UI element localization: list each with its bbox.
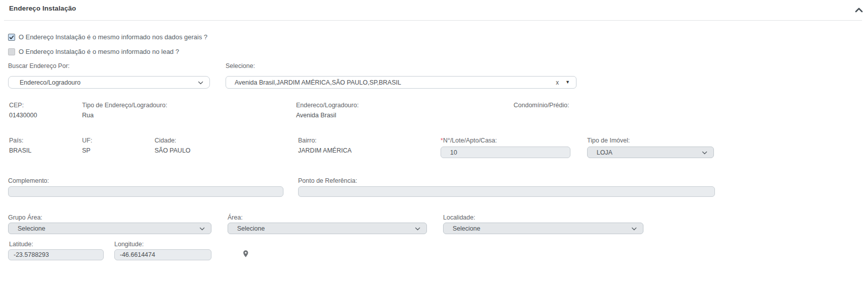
localidade-select[interactable]: Selecione <box>443 223 643 234</box>
chevron-up-icon <box>855 6 863 14</box>
chevron-down-icon <box>631 225 637 232</box>
complemento-label: Complemento: <box>8 177 49 184</box>
area-label: Área: <box>228 214 243 221</box>
numero-input[interactable] <box>441 147 570 158</box>
numero-label: *N°/Lote/Apto/Casa: <box>441 137 497 144</box>
cidade-value: SÃO PAULO <box>155 147 190 154</box>
address-result-value: Avenida Brasil,JARDIM AMÉRICA,SÃO PAULO,… <box>235 79 556 86</box>
clear-selection-icon[interactable]: x <box>556 80 559 86</box>
page-title: Endereço Instalação <box>9 5 76 12</box>
location-pin-icon <box>242 252 250 260</box>
checkmark-icon <box>9 33 14 42</box>
longitude-input[interactable] <box>114 249 211 260</box>
area-value: Selecione <box>237 225 415 232</box>
header-divider <box>4 20 862 21</box>
open-map-button[interactable] <box>242 249 250 259</box>
ponto-referencia-label: Ponto de Referência: <box>298 177 357 184</box>
tipo-imovel-value: LOJA <box>597 149 702 156</box>
endereco-value: Avenida Brasil <box>296 112 336 119</box>
cidade-label: Cidade: <box>155 137 176 144</box>
grupo-area-label: Grupo Área: <box>8 214 42 221</box>
endereco-label: Endereco/Logradouro: <box>296 102 358 109</box>
uf-value: SP <box>82 147 91 154</box>
ponto-referencia-input[interactable] <box>298 186 715 197</box>
dropdown-caret-icon[interactable]: ▼ <box>565 80 570 85</box>
pais-value: BRASIL <box>9 147 31 154</box>
endereco-instalacao-panel: Endereço Instalação O Endereço Instalaçã… <box>0 0 868 286</box>
chevron-down-icon <box>415 225 420 232</box>
address-result-combobox[interactable]: Avenida Brasil,JARDIM AMÉRICA,SÃO PAULO,… <box>226 76 576 89</box>
localidade-label: Localidade: <box>443 214 475 221</box>
search-address-by-value: Endereco/Logradouro <box>20 79 198 86</box>
search-address-by-select[interactable]: Endereco/Logradouro <box>8 76 210 89</box>
same-as-lead-checkbox[interactable] <box>8 48 15 55</box>
tipo-endereco-label: Tipo de Endereço/Logradouro: <box>82 102 167 109</box>
cep-value: 01430000 <box>9 112 37 119</box>
chevron-down-icon <box>198 79 203 86</box>
same-as-general-label: O Endereço Instalação é o mesmo informad… <box>19 33 207 41</box>
selecione-label: Selecione: <box>226 62 255 69</box>
same-as-lead-label: O Endereço Instalação é o mesmo informad… <box>19 48 179 55</box>
chevron-down-icon <box>199 225 205 232</box>
tipo-imovel-select[interactable]: LOJA <box>587 147 714 158</box>
latitude-label: Latitude: <box>9 241 33 248</box>
search-address-by-label: Buscar Endereço Por: <box>8 62 69 69</box>
bairro-label: Bairro: <box>298 137 317 144</box>
uf-label: UF: <box>82 137 92 144</box>
checkbox-row-same-as-general: O Endereço Instalação é o mesmo informad… <box>8 33 207 41</box>
area-select[interactable]: Selecione <box>228 223 427 234</box>
tipo-endereco-value: Rua <box>82 112 94 119</box>
complemento-input[interactable] <box>8 186 283 197</box>
latitude-input[interactable] <box>8 249 104 260</box>
longitude-label: Longitude: <box>114 241 143 248</box>
grupo-area-select[interactable]: Selecione <box>8 223 211 234</box>
checkbox-row-same-as-lead: O Endereço Instalação é o mesmo informad… <box>8 48 179 55</box>
grupo-area-value: Selecione <box>18 225 199 232</box>
same-as-general-checkbox[interactable] <box>8 34 15 41</box>
cep-label: CEP: <box>9 102 24 109</box>
checkmark-icon <box>9 47 14 56</box>
condominio-label: Condomínio/Prédio: <box>514 102 569 109</box>
chevron-down-icon <box>702 149 707 156</box>
collapse-panel-button[interactable] <box>855 6 863 11</box>
localidade-value: Selecione <box>453 225 631 232</box>
pais-label: País: <box>9 137 24 144</box>
tipo-imovel-label: Tipo de Imóvel: <box>587 137 630 144</box>
bairro-value: JARDIM AMÉRICA <box>298 147 351 154</box>
